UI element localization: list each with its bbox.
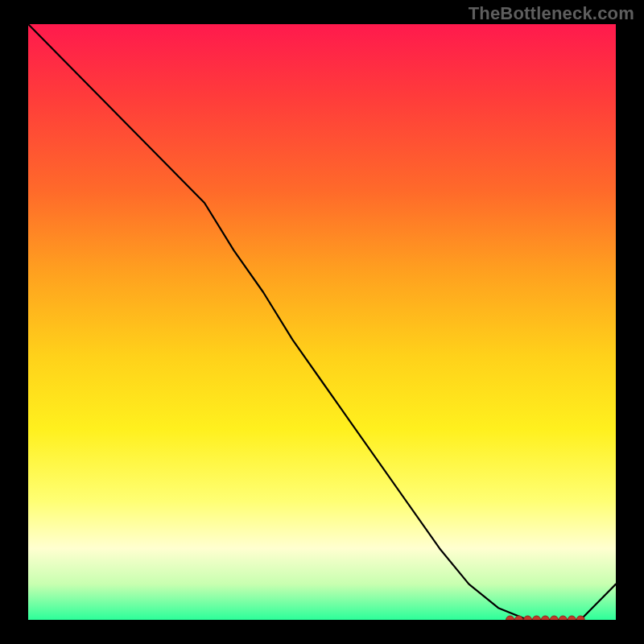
- chart-marker: [506, 616, 514, 620]
- chart-markers: [506, 616, 585, 620]
- chart-marker: [568, 616, 576, 620]
- chart-frame: TheBottleneck.com: [0, 0, 644, 644]
- chart-marker: [533, 616, 541, 620]
- watermark-text: TheBottleneck.com: [469, 3, 634, 24]
- chart-marker: [524, 616, 532, 620]
- chart-marker: [541, 616, 549, 620]
- chart-marker: [559, 616, 567, 620]
- chart-marker: [550, 616, 558, 620]
- chart-svg: [28, 24, 616, 620]
- plot-area: [28, 24, 616, 620]
- chart-line: [28, 24, 616, 620]
- chart-marker: [515, 616, 523, 620]
